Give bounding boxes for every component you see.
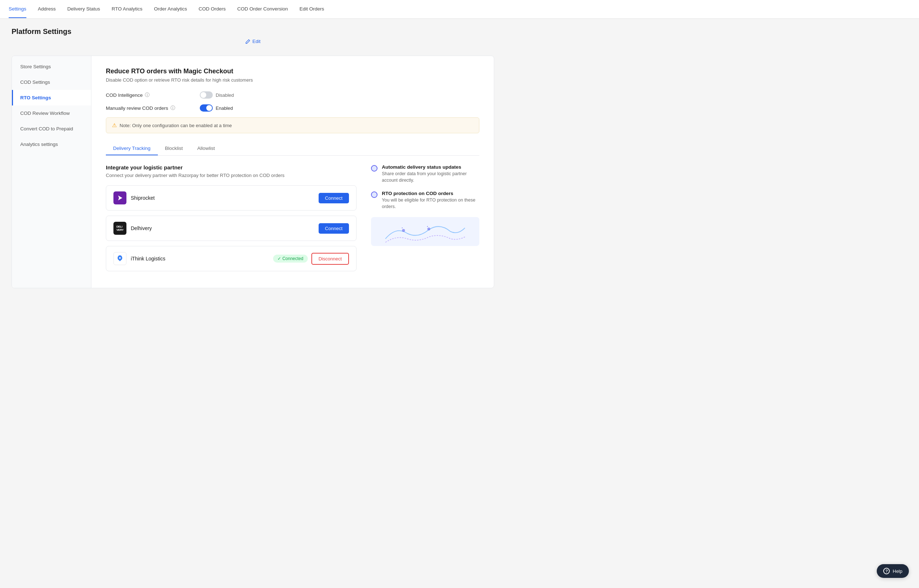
ithink-connected-badge: Connected (273, 255, 308, 263)
note-text: Note: Only one configuration can be enab… (120, 123, 232, 128)
tab-blocklist[interactable]: Blocklist (158, 142, 191, 155)
note-box: ⚠ Note: Only one configuration can be en… (106, 117, 480, 133)
edit-icon (245, 39, 250, 44)
shiprocket-logo-icon (116, 194, 124, 202)
integrate-title: Integrate your logistic partner (106, 164, 357, 170)
manual-review-slider (200, 104, 213, 111)
chart-svg: • • (382, 219, 468, 244)
tabs: Delivery Tracking Blocklist Allowlist (106, 142, 480, 156)
edit-row: Edit (11, 39, 494, 50)
nav-delivery-status[interactable]: Delivery Status (67, 0, 100, 18)
feature-rto-title: RTO protection on COD orders (382, 191, 480, 196)
page-container: Platform Settings Edit Store Settings CO… (0, 19, 506, 297)
ithink-card: iThink Logistics Connected Disconnect (106, 246, 357, 271)
left-column: Integrate your logistic partner Connect … (106, 164, 357, 276)
content-area: Reduce RTO orders with Magic Checkout Di… (91, 56, 494, 288)
shiprocket-card: Shiprocket Connect (106, 185, 357, 210)
manual-review-info-icon: ⓘ (171, 105, 175, 111)
nav-settings[interactable]: Settings (9, 0, 26, 18)
right-column: Automatic delivery status updates Share … (371, 164, 480, 276)
cod-intelligence-text: COD Intelligence (106, 92, 143, 98)
manual-review-toggle[interactable] (200, 104, 213, 111)
nav-order-analytics[interactable]: Order Analytics (154, 0, 187, 18)
manual-review-row: Manually review COD orders ⓘ Enabled (106, 104, 480, 111)
delhivery-logo: DELIVERY (113, 222, 126, 235)
sidebar-item-store-settings[interactable]: Store Settings (12, 59, 91, 74)
manual-review-toggle-container: Enabled (200, 104, 233, 111)
section-subtitle: Disable COD option or retrieve RTO risk … (106, 77, 480, 83)
ithink-info: iThink Logistics (113, 252, 165, 265)
svg-point-2 (402, 229, 405, 232)
nav-edit-orders[interactable]: Edit Orders (299, 0, 324, 18)
feature-rto-protection: RTO protection on COD orders You will be… (371, 191, 480, 210)
ithink-name: iThink Logistics (131, 256, 165, 262)
section-title: Reduce RTO orders with Magic Checkout (106, 68, 480, 75)
delhivery-name: Delhivery (131, 225, 152, 231)
shiprocket-connect-button[interactable]: Connect (319, 193, 349, 204)
delhivery-logo-text: DELIVERY (116, 225, 124, 231)
svg-text:•: • (402, 226, 403, 229)
sidebar: Store Settings COD Settings RTO Settings… (12, 56, 91, 288)
cod-intelligence-label: COD Intelligence ⓘ (106, 92, 192, 98)
delhivery-info: DELIVERY Delhivery (113, 222, 152, 235)
feature-rto-desc: You will be eligible for RTO protection … (382, 197, 480, 210)
top-navigation: Settings Address Delivery Status RTO Ana… (0, 0, 919, 19)
svg-text:•: • (427, 225, 428, 228)
cod-intelligence-toggle[interactable] (200, 91, 213, 99)
tab-allowlist[interactable]: Allowlist (190, 142, 222, 155)
manual-review-text: Manually review COD orders (106, 105, 168, 111)
feature-auto-desc: Share order data from your logistic part… (382, 171, 480, 184)
sidebar-item-cod-settings[interactable]: COD Settings (12, 74, 91, 90)
integrate-subtitle: Connect your delivery partner with Razor… (106, 173, 357, 178)
feature-auto-updates: Automatic delivery status updates Share … (371, 164, 480, 184)
nav-cod-orders[interactable]: COD Orders (199, 0, 226, 18)
tab-delivery-tracking[interactable]: Delivery Tracking (106, 142, 158, 155)
cod-intelligence-slider (200, 91, 213, 99)
feature-dot-1 (371, 165, 378, 171)
svg-marker-0 (118, 195, 123, 200)
cod-intelligence-toggle-container: Disabled (200, 91, 234, 99)
main-layout: Store Settings COD Settings RTO Settings… (11, 56, 494, 288)
ithink-logo-icon (116, 255, 124, 263)
feature-auto-title: Automatic delivery status updates (382, 164, 480, 170)
feature-rto-text: RTO protection on COD orders You will be… (382, 191, 480, 210)
cod-intelligence-status: Disabled (216, 92, 234, 98)
edit-link[interactable]: Edit (245, 39, 260, 44)
sidebar-item-analytics-settings[interactable]: Analytics settings (12, 137, 91, 152)
sidebar-item-rto-settings[interactable]: RTO Settings (12, 90, 91, 105)
cod-intelligence-row: COD Intelligence ⓘ Disabled (106, 91, 480, 99)
nav-rto-analytics[interactable]: RTO Analytics (111, 0, 142, 18)
cod-intelligence-info-icon: ⓘ (145, 92, 150, 98)
shiprocket-name: Shiprocket (131, 195, 155, 201)
nav-address[interactable]: Address (38, 0, 56, 18)
nav-cod-order-conversion[interactable]: COD Order Conversion (237, 0, 288, 18)
feature-dot-2 (371, 191, 378, 198)
delhivery-connect-button[interactable]: Connect (319, 223, 349, 234)
svg-point-1 (119, 257, 121, 259)
sidebar-item-convert-cod[interactable]: Convert COD to Prepaid (12, 121, 91, 137)
ithink-disconnect-button[interactable]: Disconnect (312, 253, 349, 265)
ithink-logo (113, 252, 126, 265)
shiprocket-logo (113, 191, 126, 204)
delhivery-card: DELIVERY Delhivery Connect (106, 216, 357, 241)
svg-point-3 (427, 228, 430, 231)
sidebar-item-cod-review-workflow[interactable]: COD Review Workflow (12, 105, 91, 121)
shiprocket-info: Shiprocket (113, 191, 155, 204)
edit-label: Edit (252, 39, 260, 44)
two-col-layout: Integrate your logistic partner Connect … (106, 164, 480, 276)
chart-placeholder: • • (371, 217, 480, 246)
feature-auto-text: Automatic delivery status updates Share … (382, 164, 480, 184)
page-title: Platform Settings (11, 27, 494, 36)
note-icon: ⚠ (112, 122, 117, 129)
manual-review-status: Enabled (216, 105, 233, 111)
manual-review-label: Manually review COD orders ⓘ (106, 105, 192, 111)
ithink-right: Connected Disconnect (273, 253, 349, 265)
